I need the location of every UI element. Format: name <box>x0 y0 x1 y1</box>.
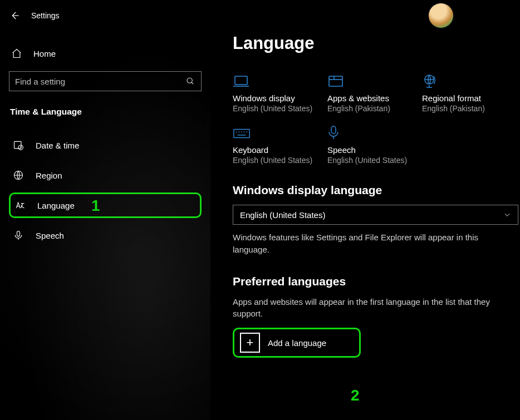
tile-sublabel: English (United States) <box>233 104 327 113</box>
sidebar-item-label: Language <box>37 201 75 210</box>
sidebar-item-language[interactable]: Language <box>9 192 202 218</box>
microphone-icon <box>327 125 345 140</box>
tile-label: Speech <box>327 145 422 155</box>
sidebar-category: Time & Language <box>9 107 202 117</box>
tile-label: Windows display <box>233 93 327 103</box>
dropdown-selected: English (United States) <box>240 210 325 220</box>
search-input[interactable] <box>15 77 185 86</box>
language-letter-icon <box>14 199 26 211</box>
plus-icon: + <box>240 333 260 353</box>
calendar-clock-icon <box>12 139 24 151</box>
tile-apps-websites[interactable]: Apps & websites English (Pakistan) <box>327 73 422 113</box>
tile-sublabel: English (United States) <box>233 156 327 165</box>
main-panel: Language Windows display English (United… <box>210 0 520 420</box>
sidebar-item-region[interactable]: Region <box>9 162 202 188</box>
tile-sublabel: English (United States) <box>327 156 422 165</box>
preferred-languages-section: Preferred languages Apps and websites wi… <box>233 275 510 358</box>
home-label: Home <box>33 49 56 58</box>
svg-rect-9 <box>235 76 247 85</box>
tile-sublabel: English (Pakistan) <box>327 104 422 113</box>
laptop-icon <box>233 73 251 88</box>
tile-windows-display[interactable]: Windows display English (United States) <box>233 73 327 113</box>
tile-regional-format[interactable]: Regional format English (Pakistan) <box>422 73 517 113</box>
preferred-languages-help: Apps and websites will appear in the fir… <box>233 296 511 320</box>
language-tile-grid: Windows display English (United States) … <box>233 73 510 165</box>
window-icon <box>327 73 345 88</box>
svg-line-2 <box>192 82 193 84</box>
annotation-marker-2: 2 <box>351 387 360 404</box>
tile-label: Apps & websites <box>327 93 422 103</box>
preferred-languages-heading: Preferred languages <box>233 275 510 288</box>
back-button[interactable] <box>9 10 20 21</box>
tile-speech[interactable]: Speech English (United States) <box>327 125 422 165</box>
globe-icon <box>12 169 24 181</box>
svg-rect-24 <box>331 126 336 134</box>
sidebar-item-speech[interactable]: Speech <box>9 223 202 248</box>
svg-rect-11 <box>329 76 342 86</box>
svg-rect-17 <box>234 129 249 137</box>
keyboard-icon <box>233 125 251 140</box>
tile-keyboard[interactable]: Keyboard English (United States) <box>233 125 327 165</box>
microphone-icon <box>12 229 24 241</box>
home-icon <box>11 48 22 59</box>
add-language-label: Add a language <box>268 338 326 348</box>
display-language-dropdown[interactable]: English (United States) <box>233 205 518 225</box>
globe-stand-icon <box>422 73 440 88</box>
display-language-help: Windows features like Settings and File … <box>233 231 511 256</box>
sidebar-home[interactable]: Home <box>9 43 202 63</box>
sidebar: Settings Home Time & Language Date & tim… <box>0 0 210 420</box>
sidebar-item-label: Date & time <box>36 141 79 150</box>
arrow-left-icon <box>9 11 19 21</box>
search-box[interactable] <box>9 71 202 91</box>
chevron-down-icon <box>503 211 511 219</box>
sidebar-item-date-time[interactable]: Date & time <box>9 132 202 158</box>
search-icon <box>185 76 195 86</box>
sidebar-item-label: Speech <box>36 231 64 240</box>
sidebar-item-label: Region <box>36 171 62 180</box>
display-language-heading: Windows display language <box>233 184 510 197</box>
tile-label: Regional format <box>422 93 517 103</box>
avatar[interactable] <box>429 3 453 28</box>
window-title: Settings <box>31 11 60 20</box>
tile-label: Keyboard <box>233 145 327 155</box>
annotation-marker-1: 1 <box>91 197 100 215</box>
svg-rect-7 <box>17 231 20 236</box>
sidebar-header: Settings <box>9 8 202 23</box>
add-language-button[interactable]: + Add a language <box>233 328 361 358</box>
svg-point-1 <box>187 78 192 83</box>
tile-sublabel: English (Pakistan) <box>422 104 517 113</box>
page-title: Language <box>233 33 510 53</box>
